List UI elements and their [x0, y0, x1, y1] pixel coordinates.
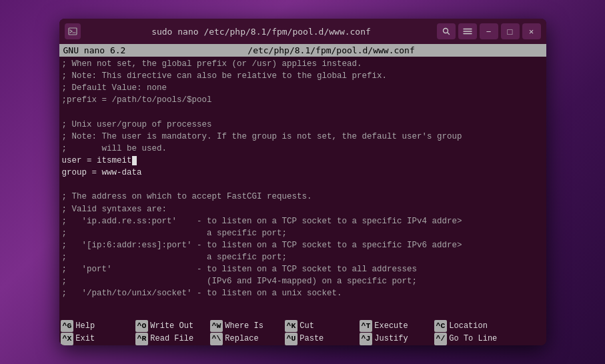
label-where-is: Where Is [225, 320, 263, 333]
line-7: ; will be used. [62, 144, 167, 153]
label-exit: Exit [75, 333, 95, 345]
editor-content[interactable]: ; When not set, the global prefix (or /u… [59, 57, 546, 320]
label-go-to-line: Go To Line [449, 333, 497, 345]
svg-line-3 [447, 33, 449, 35]
key-ctrl-t: ^T [360, 320, 373, 332]
label-execute: Execute [374, 320, 408, 333]
nano-filename: /etc/php/8.1/fpm/pool.d/www.conf [247, 45, 414, 55]
key-ctrl-o: ^O [135, 320, 149, 332]
footer-replace[interactable]: ^\ Replace [210, 333, 283, 345]
key-ctrl-backslash: ^\ [210, 333, 223, 345]
line-4: ;prefix = /path/to/pools/$pool [62, 95, 212, 105]
terminal-window: sudo nano /etc/php/8.1/fpm/pool.d/www.co… [59, 19, 546, 345]
label-justify: Justify [374, 333, 408, 345]
line-5: ; Unix user/group of processes [62, 120, 212, 129]
key-ctrl-j: ^J [360, 333, 373, 345]
line-3: ; Default Value: none [62, 83, 167, 93]
footer-exit[interactable]: ^X Exit [61, 333, 134, 345]
key-ctrl-u: ^U [285, 333, 298, 345]
line-2: ; Note: This directive can also be relat… [62, 71, 388, 81]
line-6: ; Note: The user is mandatory. If the gr… [62, 132, 462, 141]
key-ctrl-x: ^X [61, 333, 74, 345]
label-location: Location [449, 320, 488, 333]
line-15: ; a specific port; [62, 253, 287, 262]
line-11: ; Valid syntaxes are: [62, 205, 167, 214]
label-write-out: Write Out [150, 320, 193, 333]
minimize-button[interactable]: − [480, 23, 498, 39]
menu-button[interactable] [458, 23, 477, 39]
footer-write-out[interactable]: ^O Write Out [135, 320, 209, 333]
key-ctrl-g: ^G [61, 320, 74, 332]
footer-go-to-line[interactable]: ^/ Go To Line [434, 333, 508, 345]
label-replace: Replace [225, 333, 258, 345]
footer-paste[interactable]: ^U Paste [285, 333, 358, 345]
footer-row-2: ^X Exit ^R Read File ^\ Replace ^U Paste… [59, 333, 546, 345]
line-13: ; a specific port; [62, 229, 287, 238]
footer-read-file[interactable]: ^R Read File [135, 333, 209, 345]
line-1: ; When not set, the global prefix (or /u… [62, 59, 362, 69]
footer-execute[interactable]: ^T Execute [360, 320, 433, 333]
nano-version: GNU nano 6.2 [63, 45, 126, 55]
key-ctrl-r: ^R [135, 333, 149, 345]
line-18: ; '/path/to/unix/socket' - to listen on … [62, 289, 342, 298]
line-16: ; 'port' - to listen on a TCP socket to … [62, 265, 418, 274]
key-ctrl-k: ^K [285, 320, 298, 332]
window-controls: − □ × [437, 23, 541, 39]
footer-row-1: ^G Help ^O Write Out ^W Where Is ^K Cut … [59, 320, 546, 333]
titlebar: sudo nano /etc/php/8.1/fpm/pool.d/www.co… [59, 19, 546, 44]
nano-header: GNU nano 6.2 /etc/php/8.1/fpm/pool.d/www… [59, 44, 546, 57]
label-cut: Cut [299, 320, 314, 333]
terminal-icon [65, 23, 81, 39]
footer-help[interactable]: ^G Help [61, 320, 134, 333]
line-17: ; (IPv6 and IPv4-mapped) on a specific p… [62, 277, 418, 286]
key-ctrl-c: ^C [434, 320, 448, 332]
search-button[interactable] [437, 23, 456, 39]
window-title: sudo nano /etc/php/8.1/fpm/pool.d/www.co… [86, 27, 437, 37]
footer-location[interactable]: ^C Location [434, 320, 508, 333]
maximize-button[interactable]: □ [501, 23, 520, 39]
line-14: ; '[ip:6:addr:ess]:port' - to listen on … [62, 241, 462, 250]
footer-justify[interactable]: ^J Justify [360, 333, 433, 345]
footer-cut[interactable]: ^K Cut [285, 320, 358, 333]
nano-footer: ^G Help ^O Write Out ^W Where Is ^K Cut … [59, 320, 546, 345]
line-12: ; 'ip.add.re.ss:port' - to listen on a T… [62, 217, 462, 226]
footer-where-is[interactable]: ^W Where Is [210, 320, 283, 333]
label-read-file: Read File [150, 333, 193, 345]
line-10: ; The address on which to accept FastCGI… [62, 192, 312, 201]
key-ctrl-w: ^W [210, 320, 223, 332]
line-8: user = itsmeit [62, 156, 137, 165]
key-ctrl-slash: ^/ [434, 333, 448, 345]
close-button[interactable]: × [522, 23, 541, 39]
line-9: group = www-data [62, 168, 142, 177]
label-paste: Paste [299, 333, 324, 345]
label-help: Help [75, 320, 95, 333]
